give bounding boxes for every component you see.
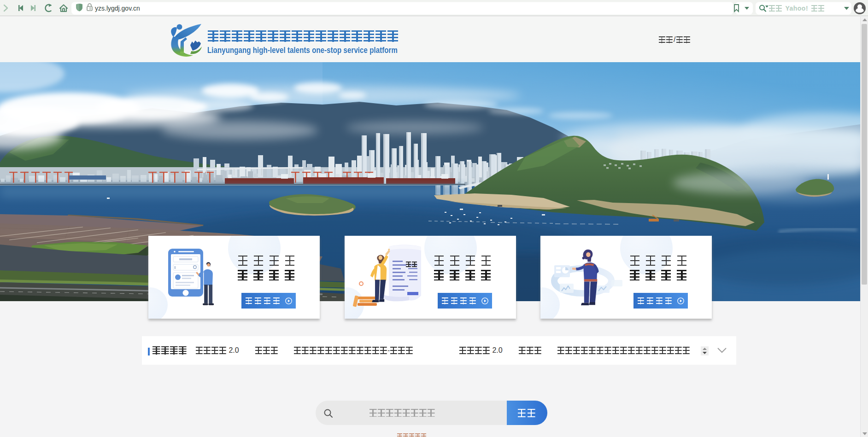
svg-text:yzs.lygdj.gov.cn: yzs.lygdj.gov.cn xyxy=(95,5,140,12)
